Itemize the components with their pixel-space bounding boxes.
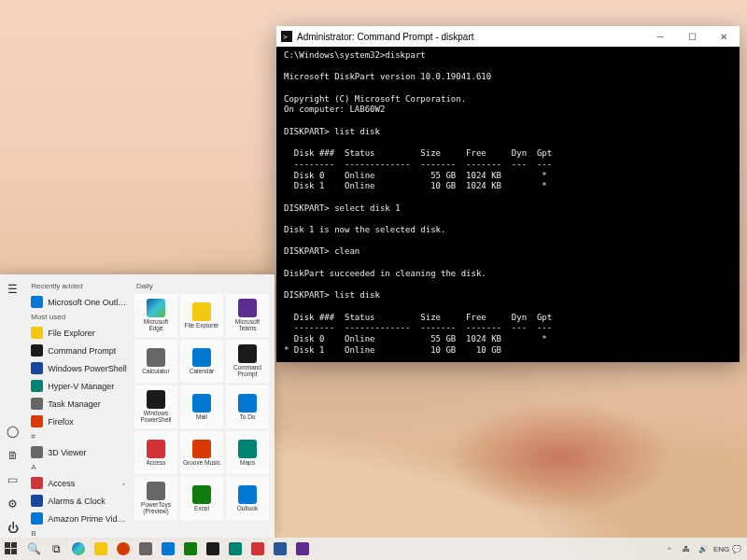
app-list-item[interactable]: Windows PowerShell (27, 359, 131, 377)
rail-pictures-icon[interactable]: ▭ (4, 470, 22, 489)
rail-user-icon[interactable]: ◯ (4, 422, 22, 441)
app-list-item[interactable]: Access⌄ (27, 474, 131, 492)
app-icon (206, 542, 219, 555)
start-tile[interactable]: Calculator (134, 340, 177, 383)
taskview-icon: ⧉ (49, 542, 63, 555)
app-icon (31, 327, 43, 339)
recent-header: Recently added (27, 280, 131, 293)
tile-label: File Explorer (185, 323, 218, 329)
taskbar-app-6[interactable] (247, 538, 269, 560)
tray-language[interactable]: ENG (713, 545, 726, 553)
start-tile[interactable]: Mail (180, 385, 223, 428)
rail-power-icon[interactable]: ⏻ (4, 519, 22, 538)
taskbar-app-2[interactable] (157, 538, 179, 560)
app-icon (229, 542, 242, 555)
start-tile[interactable]: Groove Music (180, 431, 223, 474)
app-list-item[interactable]: Amazon Prime Video for Windows (27, 510, 131, 527)
tile-label: Excel (194, 506, 209, 512)
close-button[interactable]: ✕ (708, 26, 740, 47)
alpha-header[interactable]: B (27, 527, 131, 538)
app-list-item[interactable]: Alarms & Clock (27, 492, 131, 510)
start-tile[interactable]: Excel (180, 477, 223, 520)
start-tile[interactable]: To Do (226, 385, 269, 428)
app-icon (31, 415, 43, 427)
app-list-item[interactable]: 3D Viewer (27, 443, 131, 461)
taskbar-app-3[interactable] (179, 538, 202, 560)
svg-rect-5 (11, 549, 17, 554)
svg-rect-2 (5, 542, 10, 548)
alpha-header[interactable]: # (27, 430, 131, 443)
tray-chevron-icon[interactable]: ^ (663, 545, 676, 553)
tile-label: Microsoft Edge (136, 319, 176, 332)
rail-settings-icon[interactable]: ⚙ (4, 495, 22, 513)
app-icon (162, 542, 175, 555)
app-label: Microsoft One Outlook (48, 298, 127, 307)
tray-notifications-icon[interactable]: 💬 (730, 545, 743, 553)
taskbar-taskview-button[interactable]: ⧉ (45, 538, 67, 560)
app-label: Command Prompt (48, 346, 116, 356)
app-label: 3D Viewer (48, 448, 86, 457)
start-tile[interactable]: Outlook (226, 477, 269, 520)
tile-icon (238, 485, 257, 504)
app-icon (251, 542, 264, 555)
start-tile[interactable]: Microsoft Edge (134, 294, 177, 337)
start-tile[interactable]: Calendar (180, 340, 223, 383)
taskbar-app-8[interactable] (291, 538, 314, 560)
app-label: Task Manager (48, 399, 101, 409)
tile-label: Calendar (190, 369, 214, 375)
start-app-list[interactable]: Recently added Microsoft One Outlook Mos… (25, 274, 133, 538)
start-tile[interactable]: Windows PowerShell (Preview) (134, 385, 177, 428)
app-icon (31, 344, 43, 357)
app-list-item[interactable]: Hyper-V Manager (27, 377, 131, 395)
tile-label: To Do (240, 414, 256, 421)
minimize-button[interactable]: ─ (644, 26, 676, 47)
app-list-item[interactable]: Command Prompt (27, 342, 131, 359)
start-tile[interactable]: File Explorer (180, 294, 223, 337)
cmd-output[interactable]: C:\Windows\system32>diskpart Microsoft D… (276, 47, 740, 362)
app-list-item[interactable]: File Explorer (27, 324, 131, 342)
taskbar-search-button[interactable]: 🔍 (22, 538, 45, 560)
app-icon (31, 380, 43, 392)
start-tile[interactable]: PowerToys (Preview) (134, 477, 177, 520)
taskbar-edge[interactable] (67, 538, 90, 560)
start-tile[interactable]: Maps (226, 431, 269, 474)
app-list-item[interactable]: Firefox (27, 413, 131, 430)
taskbar-app-1[interactable] (134, 538, 157, 560)
app-icon (184, 542, 197, 555)
tile-icon (147, 482, 165, 500)
taskbar-firefox[interactable] (112, 538, 134, 560)
maximize-button[interactable]: ☐ (676, 26, 708, 47)
tile-icon (238, 344, 257, 363)
alpha-header[interactable]: A (27, 461, 131, 474)
start-tile[interactable]: Command Prompt (226, 340, 269, 383)
start-tile[interactable]: Microsoft Teams (226, 294, 269, 337)
windows-logo-icon (5, 542, 18, 555)
start-tile[interactable]: Access (134, 431, 177, 474)
cmd-titlebar[interactable]: > Administrator: Command Prompt - diskpa… (276, 26, 740, 47)
taskbar-app-4[interactable] (202, 538, 224, 560)
tile-label: Microsoft Teams (228, 319, 267, 332)
tile-icon (147, 390, 165, 409)
app-icon (31, 446, 43, 458)
app-icon (31, 362, 43, 374)
app-icon (296, 542, 309, 555)
tray-network-icon[interactable]: 🖧 (680, 545, 693, 553)
app-list-item[interactable]: Task Manager (27, 395, 131, 413)
taskbar-app-5[interactable] (224, 538, 247, 560)
tile-icon (147, 299, 165, 317)
tile-icon (147, 440, 165, 458)
start-button[interactable] (0, 538, 22, 560)
tile-label: Mail (196, 414, 207, 421)
search-icon: 🔍 (27, 542, 40, 555)
start-menu: ☰ ◯ 🗎 ▭ ⚙ ⏻ Recently added Microsoft One… (0, 274, 275, 538)
tile-label: Command Prompt (228, 365, 267, 378)
app-list-item[interactable]: Microsoft One Outlook (27, 293, 131, 311)
system-tray[interactable]: ^ 🖧 🔊 ENG 💬 (663, 545, 747, 553)
tray-volume-icon[interactable]: 🔊 (697, 545, 710, 553)
cmd-icon: > (280, 30, 293, 43)
rail-documents-icon[interactable]: 🗎 (4, 446, 22, 465)
taskbar-app-7[interactable] (269, 538, 291, 560)
rail-expand-button[interactable]: ☰ (4, 280, 22, 299)
taskbar-explorer[interactable] (90, 538, 112, 560)
app-label: Access (48, 479, 75, 488)
